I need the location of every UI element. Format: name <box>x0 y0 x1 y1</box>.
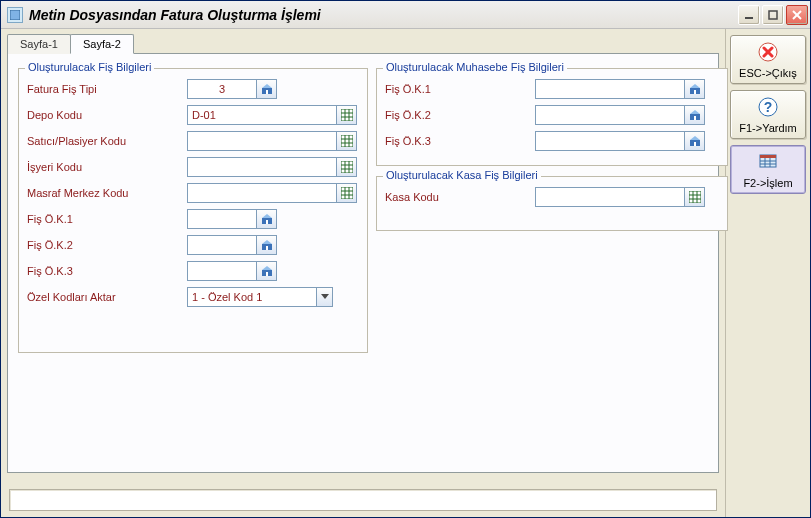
label-ozel-kodlari-aktar: Özel Kodları Aktar <box>27 291 187 303</box>
grid-lookup-icon[interactable] <box>685 187 705 207</box>
svg-rect-58 <box>760 155 776 158</box>
svg-rect-30 <box>266 220 268 224</box>
input-muh-ok3[interactable] <box>535 131 685 151</box>
input-isyeri-kodu[interactable] <box>187 157 337 177</box>
lookup-icon[interactable] <box>685 131 705 151</box>
label-fis-ok3: Fiş Ö.K.3 <box>27 265 187 277</box>
input-fis-ok1[interactable] <box>187 209 257 229</box>
esc-label: ESC->Çıkış <box>739 67 797 79</box>
svg-rect-0 <box>10 10 20 20</box>
svg-rect-36 <box>266 272 268 276</box>
label-muh-ok1: Fiş Ö.K.1 <box>385 83 535 95</box>
svg-marker-32 <box>262 240 272 244</box>
esc-cikis-button[interactable]: ESC->Çıkış <box>730 35 806 84</box>
tab-body: Oluşturulacak Fiş Bilgileri Fatura Fiş T… <box>7 53 719 473</box>
input-masraf-kodu[interactable] <box>187 183 337 203</box>
svg-rect-43 <box>694 116 696 120</box>
svg-rect-18 <box>341 161 353 173</box>
label-fis-ok1: Fiş Ö.K.1 <box>27 213 187 225</box>
window-controls <box>738 5 808 25</box>
app-icon <box>7 7 23 23</box>
input-fis-ok3[interactable] <box>187 261 257 281</box>
svg-marker-45 <box>690 136 700 140</box>
group-muh-legend: Oluşturulacak Muhasebe Fiş Bilgileri <box>383 61 567 73</box>
group-muhasebe-fis: Oluşturulacak Muhasebe Fiş Bilgileri Fiş… <box>376 68 728 166</box>
sidebar: ESC->Çıkış ? F1->Yardım F2->İşlem <box>725 29 810 517</box>
window-title: Metin Dosyasından Fatura Oluşturma İşlem… <box>29 7 738 23</box>
titlebar: Metin Dosyasından Fatura Oluşturma İşlem… <box>1 1 810 29</box>
svg-rect-1 <box>745 17 753 19</box>
svg-marker-39 <box>690 84 700 88</box>
tab-sayfa-2[interactable]: Sayfa-2 <box>70 34 134 54</box>
label-kasa-kodu: Kasa Kodu <box>385 191 535 203</box>
grid-lookup-icon[interactable] <box>337 105 357 125</box>
input-kasa-kodu[interactable] <box>535 187 685 207</box>
main-panel: Sayfa-1 Sayfa-2 Oluşturulacak Fiş Bilgil… <box>1 29 725 517</box>
svg-rect-7 <box>266 90 268 94</box>
input-satici-kodu[interactable] <box>187 131 337 151</box>
label-masraf-kodu: Masraf Merkez Kodu <box>27 187 187 199</box>
f1-yardim-button[interactable]: ? F1->Yardım <box>730 90 806 139</box>
tab-sayfa-1[interactable]: Sayfa-1 <box>7 34 71 54</box>
svg-rect-47 <box>689 191 701 203</box>
group-fis-legend: Oluşturulacak Fiş Bilgileri <box>25 61 154 73</box>
close-button[interactable] <box>786 5 808 25</box>
label-muh-ok3: Fiş Ö.K.3 <box>385 135 535 147</box>
group-kasa-fis: Oluşturulacak Kasa Fiş Bilgileri Kasa Ko… <box>376 176 728 231</box>
label-depo-kodu: Depo Kodu <box>27 109 187 121</box>
f1-label: F1->Yardım <box>739 122 797 134</box>
svg-rect-2 <box>769 11 777 19</box>
lookup-icon[interactable] <box>257 235 277 255</box>
close-circle-icon <box>757 41 779 65</box>
grid-lookup-icon[interactable] <box>337 183 357 203</box>
svg-marker-29 <box>262 214 272 218</box>
label-satici-kodu: Satıcı/Plasiyer Kodu <box>27 135 187 147</box>
minimize-button[interactable] <box>738 5 760 25</box>
label-isyeri-kodu: İşyeri Kodu <box>27 161 187 173</box>
svg-rect-33 <box>266 246 268 250</box>
group-fis-bilgileri: Oluşturulacak Fiş Bilgileri Fatura Fiş T… <box>18 68 368 353</box>
combo-ozel-kodlari-aktar[interactable] <box>187 287 317 307</box>
help-icon: ? <box>757 96 779 120</box>
svg-marker-37 <box>321 294 329 299</box>
label-muh-ok2: Fiş Ö.K.2 <box>385 109 535 121</box>
f2-label: F2->İşlem <box>743 177 792 189</box>
svg-rect-8 <box>341 109 353 121</box>
lookup-icon[interactable] <box>257 209 277 229</box>
process-icon <box>757 151 779 175</box>
svg-rect-46 <box>694 142 696 146</box>
svg-text:?: ? <box>764 99 773 115</box>
svg-marker-42 <box>690 110 700 114</box>
input-muh-ok1[interactable] <box>535 79 685 99</box>
svg-rect-13 <box>341 135 353 147</box>
svg-rect-23 <box>341 187 353 199</box>
content: Sayfa-1 Sayfa-2 Oluşturulacak Fiş Bilgil… <box>1 29 810 517</box>
lookup-icon[interactable] <box>685 79 705 99</box>
grid-lookup-icon[interactable] <box>337 131 357 151</box>
group-kasa-legend: Oluşturulacak Kasa Fiş Bilgileri <box>383 169 541 181</box>
chevron-down-icon[interactable] <box>317 287 333 307</box>
f2-islem-button[interactable]: F2->İşlem <box>730 145 806 194</box>
svg-marker-35 <box>262 266 272 270</box>
grid-lookup-icon[interactable] <box>337 157 357 177</box>
label-fatura-fis-tipi: Fatura Fiş Tipi <box>27 83 187 95</box>
svg-rect-40 <box>694 90 696 94</box>
input-muh-ok2[interactable] <box>535 105 685 125</box>
tabstrip: Sayfa-1 Sayfa-2 <box>7 33 719 53</box>
maximize-button[interactable] <box>762 5 784 25</box>
label-fis-ok2: Fiş Ö.K.2 <box>27 239 187 251</box>
status-bar <box>9 489 717 511</box>
lookup-icon[interactable] <box>685 105 705 125</box>
input-depo-kodu[interactable] <box>187 105 337 125</box>
lookup-icon[interactable] <box>257 79 277 99</box>
input-fis-ok2[interactable] <box>187 235 257 255</box>
lookup-icon[interactable] <box>257 261 277 281</box>
svg-marker-6 <box>262 84 272 88</box>
input-fatura-fis-tipi[interactable] <box>187 79 257 99</box>
